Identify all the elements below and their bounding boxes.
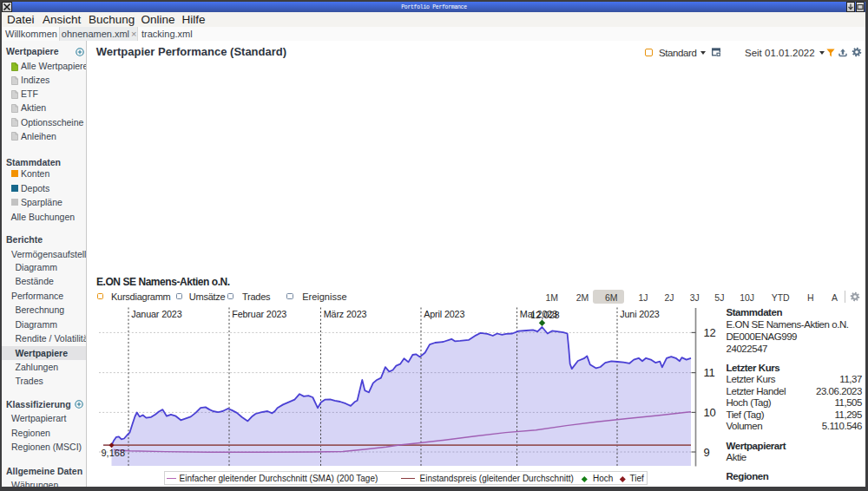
svg-text:März 2023: März 2023	[324, 309, 367, 319]
svg-text:12: 12	[704, 326, 716, 339]
svg-text:10: 10	[704, 406, 716, 419]
svg-text:11: 11	[704, 366, 715, 379]
svg-text:12,028: 12,028	[530, 310, 560, 320]
svg-text:9: 9	[704, 446, 710, 459]
svg-text:Juni 2023: Juni 2023	[620, 309, 660, 319]
svg-text:April 2023: April 2023	[424, 309, 464, 319]
svg-text:9,168: 9,168	[102, 448, 126, 458]
svg-text:Februar 2023: Februar 2023	[232, 309, 286, 319]
svg-text:Januar 2023: Januar 2023	[131, 309, 182, 319]
